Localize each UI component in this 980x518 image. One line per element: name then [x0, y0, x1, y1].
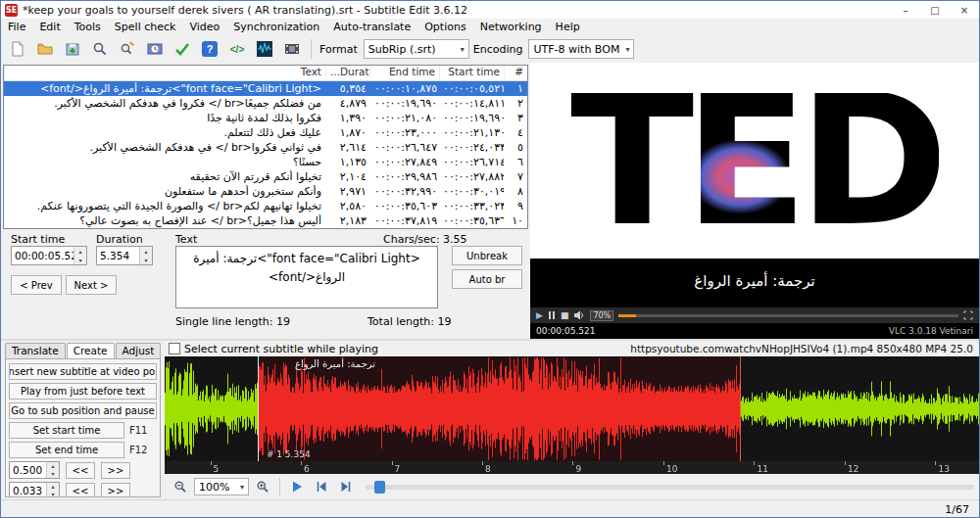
cell-start-time: ٠٠:٠٠:٣٥,٦٣٦ [439, 214, 504, 227]
source-view-button[interactable]: </> [224, 37, 250, 61]
help-button[interactable]: ? [197, 37, 222, 61]
start-time-spin-buttons[interactable]: ▴▾ [74, 247, 86, 264]
panel-button[interactable]: Play from just before text [9, 383, 157, 400]
waveform-play-button[interactable] [286, 477, 308, 496]
duration-spin-buttons[interactable]: ▴▾ [139, 247, 152, 264]
nudge-amount-input-2[interactable]: 0.033 ▴▾ [9, 482, 60, 497]
menu-item[interactable]: Spell check [108, 21, 183, 33]
visual-sync-button[interactable] [142, 37, 168, 61]
subtitle-row[interactable]: من فضلكم جميعًا<br /> فكروا في هدفكم الش… [4, 96, 527, 111]
subtitle-row[interactable]: <font face="Calibri Light">ترجمة: أميرة … [4, 81, 527, 96]
set-start-time-button[interactable]: Set start time [9, 422, 124, 439]
subtitle-row[interactable]: عليك فعل ذلك لتتعلم. ١,٨٧٠ ٠٠:٠٠:٢٣,٠٠٠ … [4, 125, 527, 140]
subtitle-row[interactable]: تخيلوا أنكم قررتم الآن تحقيقه ٢,١٠٤ ٠٠:٠… [4, 169, 527, 184]
pause-button[interactable] [548, 311, 556, 319]
spin-down-icon[interactable]: ▾ [47, 491, 59, 497]
nudge-spin-buttons-2[interactable]: ▴▾ [46, 483, 59, 497]
prev-subtitle-button[interactable]: < Prev [11, 275, 62, 295]
cell-text: <font face="Calibri Light">ترجمة: أميرة … [4, 82, 325, 95]
close-button[interactable]: × [950, 1, 979, 19]
panel-button[interactable]: Insert new subtitle at video pos [9, 363, 157, 380]
tab[interactable]: Translate [5, 343, 66, 358]
save-button[interactable] [60, 37, 85, 61]
auto-br-button[interactable]: Auto br [452, 269, 522, 289]
volume-icon[interactable] [573, 309, 585, 321]
nudge-back-button-2[interactable]: << [66, 483, 95, 498]
video-frame[interactable]: TED ترجمة: أميرة الرواغ [530, 63, 979, 307]
nudge-forward-button-2[interactable]: >> [101, 483, 130, 498]
zoom-select[interactable]: 100% ▾ [194, 478, 249, 495]
start-time-input[interactable]: 00:00:05.521 ▴▾ [11, 246, 87, 265]
cell-duration: ٢,١٠٤ [325, 170, 370, 183]
menu-item[interactable]: File [1, 21, 32, 33]
minimize-button[interactable]: – [891, 1, 920, 19]
panel-button[interactable]: Go to sub position and pause [9, 402, 157, 419]
spin-up-icon[interactable]: ▴ [140, 247, 152, 256]
zoom-out-button[interactable] [170, 477, 191, 496]
title-bar[interactable]: SE *keep your goals to yourself derek si… [1, 1, 979, 19]
tab[interactable]: Adjust [116, 343, 162, 358]
encoding-select[interactable]: UTF-8 with BOM ▾ [528, 39, 634, 59]
menu-item[interactable]: Synchronization [226, 21, 326, 33]
duration-input[interactable]: 5.354 ▴▾ [96, 246, 153, 265]
column-header-end-time[interactable]: End time [370, 66, 439, 80]
next-subtitle-button[interactable]: Next > [66, 275, 117, 295]
fullscreen-icon[interactable] [963, 310, 973, 320]
cell-start-time: ٠٠:٠٠:٢٦,٧١٤ [439, 156, 504, 168]
maximize-button[interactable]: □ [920, 1, 950, 19]
unbreak-button[interactable]: Unbreak [452, 246, 522, 265]
nudge-spin-buttons-1[interactable]: ▴▾ [46, 462, 59, 478]
spin-up-icon[interactable]: ▴ [74, 247, 86, 256]
main-area: Text ...Durat End time Start time # <fon… [1, 63, 979, 339]
spin-up-icon[interactable]: ▴ [47, 483, 59, 491]
open-file-button[interactable] [32, 37, 58, 61]
next-subtitle-button[interactable] [335, 477, 357, 496]
spell-check-button[interactable] [170, 37, 195, 61]
find-button[interactable] [87, 37, 113, 61]
menu-item[interactable]: Video [182, 21, 226, 33]
previous-subtitle-button[interactable] [311, 477, 332, 496]
stop-button[interactable]: ■ [561, 310, 569, 320]
subtitle-row[interactable]: في ثواني فكروا<br /> في هدفكم الشخصي الأ… [4, 140, 527, 155]
subtitle-row[interactable]: تخيلوا تهانيهم لكم<br /> والصورة الجيدة … [4, 199, 527, 213]
column-header-number[interactable]: # [504, 66, 527, 80]
waveform-view-button[interactable] [252, 37, 277, 61]
nudge-forward-button-1[interactable]: >> [101, 462, 130, 479]
cell-duration: ١,١٣٥ [325, 156, 370, 168]
subtitle-text-input[interactable]: <font face="Calibri Light">ترجمة: أميرة … [175, 246, 438, 308]
format-select[interactable]: SubRip (.srt) ▾ [364, 39, 469, 59]
spin-down-icon[interactable]: ▾ [74, 256, 86, 264]
menu-item[interactable]: Networking [473, 21, 549, 33]
subtitle-row[interactable]: فكروا بذلك لمدة ثانية جدًا ١,٣٩٠ ٠٠:٠٠:٢… [4, 111, 527, 125]
menu-item[interactable]: Tools [68, 21, 108, 33]
spin-up-icon[interactable]: ▴ [47, 462, 59, 470]
subtitle-row[interactable]: حسنًا؟ ١,١٣٥ ٠٠:٠٠:٢٧,٨٤٩ ٠٠:٠٠:٢٦,٧١٤ ٦ [4, 155, 527, 169]
new-file-button[interactable] [5, 37, 30, 61]
menu-item[interactable]: Options [417, 21, 472, 33]
menu-item[interactable]: Edit [32, 21, 67, 33]
seek-bar[interactable] [618, 314, 958, 317]
select-current-subtitle-checkbox[interactable]: Select current subtitle while playing [169, 343, 378, 355]
set-end-time-button[interactable]: Set end time [9, 442, 124, 458]
spin-down-icon[interactable]: ▾ [140, 256, 152, 264]
menu-item[interactable]: Auto-translate [326, 21, 417, 33]
column-header-text[interactable]: Text [4, 66, 325, 80]
subtitle-row[interactable]: وأنكم ستخبرون أحدهم ما ستفعلون ٢,٩٧١ ٠٠:… [4, 184, 527, 199]
scrollbar-handle[interactable] [374, 481, 385, 494]
source-view-icon: </> [228, 41, 246, 57]
waveform-scrollbar[interactable] [366, 485, 974, 490]
replace-button[interactable] [115, 37, 140, 61]
column-header-duration[interactable]: ...Durat [325, 66, 370, 80]
spin-down-icon[interactable]: ▾ [47, 470, 59, 478]
waveform-display[interactable]: ترجمة: أميرة الرواغ # 1 5.354 5678910111… [165, 356, 979, 474]
column-header-start-time[interactable]: Start time [439, 66, 504, 80]
subtitle-row[interactable]: أليس هذا جميل؟<br /> عند الإفصاح به بصوت… [4, 213, 527, 228]
tab[interactable]: Create [67, 343, 115, 358]
menu-item[interactable]: Help [549, 21, 587, 33]
nudge-amount-input-1[interactable]: 0.500 ▴▾ [9, 461, 60, 479]
nudge-back-button-1[interactable]: << [66, 462, 95, 479]
play-button[interactable]: ▶ [536, 310, 543, 320]
cell-end-time: ٠٠:٠٠:٢٩,٩٨٦ [370, 170, 439, 183]
video-view-button[interactable] [279, 37, 305, 61]
zoom-in-button[interactable] [252, 477, 273, 496]
